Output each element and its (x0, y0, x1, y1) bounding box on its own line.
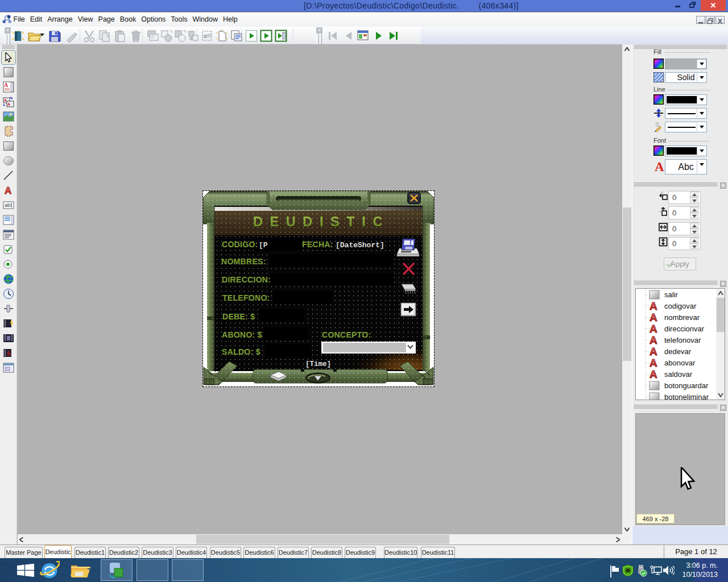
svg-text:DIRECCION:: DIRECCION: (222, 275, 271, 284)
svg-text:A: A (650, 357, 657, 368)
svg-text:A: A (650, 334, 657, 346)
svg-text:A: A (5, 185, 11, 196)
svg-text:[Time]: [Time] (305, 360, 331, 368)
svg-text:CONCEPTO:: CONCEPTO: (322, 330, 371, 339)
svg-text:A: A (650, 311, 657, 323)
svg-text:FECHA:: FECHA: (302, 240, 333, 249)
svg-text:A: A (650, 323, 657, 334)
svg-text:A: A (650, 368, 657, 380)
svg-text:CODIGO:: CODIGO: (222, 240, 258, 249)
svg-text:A: A (7, 102, 10, 106)
svg-text:A: A (4, 98, 7, 102)
svg-text:TELEFONO:: TELEFONO: (222, 293, 270, 302)
svg-text:SALDO: $: SALDO: $ (222, 347, 260, 356)
svg-text:ab: ab (5, 202, 10, 208)
svg-text:S: S (7, 350, 11, 357)
svg-text:ABONO: $: ABONO: $ (222, 330, 262, 339)
svg-text:NOMBRES:: NOMBRES: (221, 257, 266, 266)
svg-text:A: A (650, 346, 657, 357)
svg-text:A: A (650, 300, 657, 311)
svg-text:[P: [P (259, 241, 268, 250)
svg-text:[DateShort]: [DateShort] (336, 241, 384, 250)
svg-text:A: A (4, 82, 9, 88)
svg-text:DEBE: $: DEBE: $ (222, 312, 255, 321)
svg-text:DEUDISTIC: DEUDISTIC (253, 214, 390, 229)
